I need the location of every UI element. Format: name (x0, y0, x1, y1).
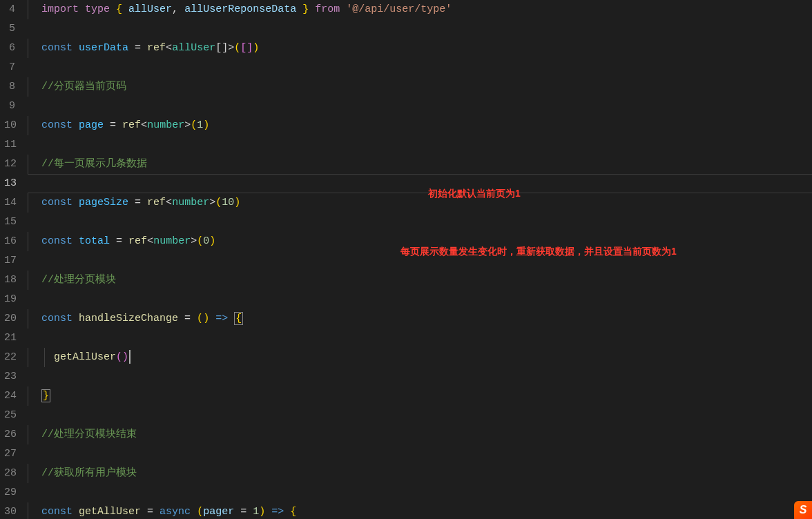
code-token: pageSize (79, 197, 128, 208)
code-token: 1 (253, 506, 259, 518)
code-token: > (184, 119, 191, 131)
code-line[interactable]: import type { allUser, allUserReponseDat… (28, 0, 812, 19)
code-token: { (116, 3, 122, 15)
code-token: handleSizeChange (79, 313, 178, 324)
code-token (209, 313, 215, 324)
code-token (128, 197, 135, 208)
code-token: number (147, 119, 184, 131)
code-token: const (41, 197, 72, 208)
code-token (234, 506, 240, 518)
code-token: ( (191, 119, 197, 131)
code-token (191, 313, 197, 324)
code-token: < (166, 42, 172, 54)
code-token (72, 119, 79, 131)
code-line[interactable]: //分页器当前页码 (28, 77, 812, 97)
code-token: ref (147, 42, 166, 54)
code-token: const (41, 313, 72, 324)
code-line[interactable]: const userData = ref<allUser[]>([]) (28, 39, 812, 58)
line-number: 21 (4, 329, 15, 348)
code-token: //处理分页模块 (41, 274, 116, 286)
code-token: => (271, 506, 284, 518)
sogou-ime-icon[interactable]: S (794, 501, 812, 519)
line-number: 19 (4, 290, 15, 309)
code-token: pager (203, 506, 234, 518)
code-token (246, 506, 253, 518)
code-token: = (116, 235, 122, 247)
line-number: 10 (4, 116, 15, 135)
code-token: ) (253, 42, 259, 54)
line-number: 11 (4, 135, 15, 155)
code-token (296, 3, 302, 15)
code-token: = (135, 197, 141, 208)
line-number: 8 (4, 77, 15, 97)
code-token (284, 506, 290, 518)
code-line[interactable]: //处理分页模块结束 (28, 425, 812, 444)
line-number: 17 (4, 251, 15, 271)
line-number: 20 (4, 309, 15, 329)
line-number: 7 (4, 58, 15, 77)
code-token: number (153, 235, 191, 247)
code-token: const (41, 119, 72, 131)
code-token (72, 506, 79, 518)
text-cursor (129, 350, 130, 364)
code-token (122, 3, 128, 15)
code-token (72, 197, 79, 208)
code-token: = (135, 42, 141, 54)
code-area[interactable]: 初始化默认当前页为1 每页展示数量发生变化时，重新获取数据，并且设置当前页数为1… (28, 0, 812, 519)
code-token (141, 506, 147, 518)
code-line[interactable]: //获取所有用户模块 (28, 464, 812, 483)
code-line[interactable]: const total = ref<number>(0) (28, 232, 812, 251)
code-token (104, 119, 110, 131)
code-token: 0 (203, 235, 209, 247)
code-token (128, 42, 135, 54)
code-line[interactable]: } (28, 386, 812, 406)
line-number: 6 (4, 39, 15, 58)
code-token: 10 (222, 197, 234, 208)
line-number: 18 (4, 271, 15, 290)
line-number: 12 (4, 155, 15, 174)
line-number: 9 (4, 97, 15, 116)
code-token: userData (79, 42, 128, 54)
code-token: > (209, 197, 215, 208)
code-token: //每一页展示几条数据 (41, 158, 147, 170)
code-token: ) (209, 235, 215, 247)
line-number: 15 (4, 213, 15, 232)
code-token: 1 (197, 119, 203, 131)
code-token: ( (234, 42, 240, 54)
line-number: 4 (4, 0, 15, 19)
code-token: async (160, 506, 191, 518)
code-token: ] (246, 42, 253, 54)
code-token (110, 235, 116, 247)
code-line[interactable]: const getAllUser = async (pager = 1) => … (28, 502, 812, 519)
code-token: allUserReponseData (184, 3, 296, 15)
code-token (309, 3, 315, 15)
code-token: = (110, 119, 116, 131)
code-token: = (147, 506, 153, 518)
code-token: //获取所有用户模块 (41, 467, 137, 479)
line-number-gutter: 4567891011121314151617181920212223242526… (0, 0, 28, 519)
code-token: from (315, 3, 340, 15)
code-token: type (85, 3, 110, 15)
code-token: getAllUser (79, 506, 141, 518)
code-editor[interactable]: 4567891011121314151617181920212223242526… (0, 0, 812, 519)
code-token (191, 506, 197, 518)
line-number: 16 (4, 232, 15, 251)
code-line[interactable]: //每一页展示几条数据 (28, 155, 812, 174)
line-number: 13 (4, 174, 15, 193)
code-token: ref (122, 119, 141, 131)
code-token: } (302, 3, 309, 15)
code-line[interactable]: const pageSize = ref<number>(10) (28, 193, 812, 213)
code-line[interactable]: getAllUser() (28, 348, 812, 367)
code-line[interactable]: //处理分页模块 (28, 271, 812, 290)
code-token: allUser (128, 3, 172, 15)
line-number: 30 (4, 502, 15, 519)
code-token (122, 235, 128, 247)
code-token: //处理分页模块结束 (41, 429, 137, 440)
code-token: [ (240, 42, 246, 54)
code-line[interactable]: const handleSizeChange = () => { (28, 309, 812, 329)
code-token (265, 506, 271, 518)
code-token: ) (203, 313, 209, 324)
code-token: '@/api/user/type' (346, 3, 452, 15)
code-line[interactable]: const page = ref<number>(1) (28, 116, 812, 135)
code-token: import (41, 3, 79, 15)
